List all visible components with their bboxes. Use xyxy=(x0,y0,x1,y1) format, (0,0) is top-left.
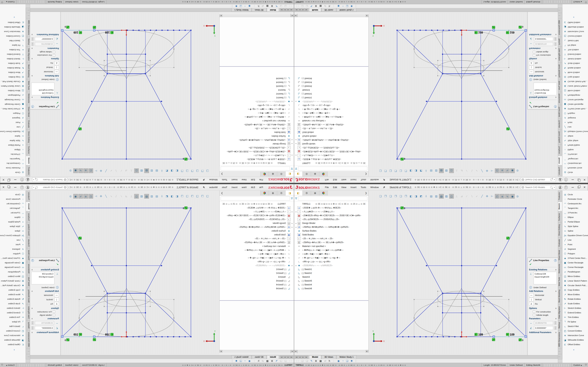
collapse-icon[interactable]: ∧ xyxy=(31,96,33,99)
expand-arrow-icon[interactable]: ▸ xyxy=(291,211,293,213)
tool-button[interactable]: ∿ Style Spline xyxy=(0,138,26,143)
tool-button[interactable]: ⇗ Scale Entities xyxy=(0,301,26,306)
sketch-entities[interactable] xyxy=(62,30,191,159)
tree-item[interactable]: ▦ ○25✤ЗЕ25○ИN◎∘✤⊃CЗЕ⊓ЗЕ25○ ∘○ 25ЗЕ⊓ЗЕ⊃C✤… xyxy=(295,150,368,153)
help-icon[interactable]: ? xyxy=(20,186,24,189)
tool-button[interactable]: ∾ Spline xyxy=(0,229,26,233)
tree-item[interactable]: ◈ Surface Bodies xyxy=(220,134,293,138)
tree-item[interactable]: ◑ ○25⊥◎25ИЗЕ25○ ∘○ 25ЗЕИ25◎⊥25○ xyxy=(295,146,368,150)
toolbar-icon[interactable]: ❏ xyxy=(346,359,348,362)
commandmanager-tab[interactable]: Direct Editing xyxy=(558,223,562,237)
tree-item[interactable]: ▱ ○∙◎✤○ ※◉|○ ∘○ |◉※ ○✤◎∙○ xyxy=(295,252,368,256)
tree-item[interactable]: ▸ ◔ ○ Λ⊥◎✤25∘⌣○ ∘○ ⌣∘25✤◎⊥Λ ○ xyxy=(295,153,368,157)
angle-stepper[interactable]: ▲▼ xyxy=(554,37,557,41)
sketch-points[interactable] xyxy=(397,30,527,160)
prev-tab-icon[interactable]: ◀ xyxy=(298,8,301,11)
document-tab[interactable]: Model xyxy=(267,8,279,12)
scroll-left-icon[interactable]: ◀ xyxy=(294,350,297,352)
menu-item[interactable]: View xyxy=(242,178,247,181)
menu-item[interactable]: View xyxy=(341,186,346,189)
tab-configurations[interactable]: ⊕ xyxy=(311,191,319,196)
document-tab[interactable]: Motion Study 1 xyxy=(337,355,356,359)
toolbar-icon[interactable]: ◉ xyxy=(248,359,251,362)
checkbox-icon[interactable] xyxy=(533,314,535,316)
commandmanager-tab[interactable]: ⋮ xyxy=(26,8,30,13)
tab-propertymanager[interactable]: ⚙ xyxy=(303,171,311,176)
commandmanager-tab[interactable]: ⋮ xyxy=(26,349,30,354)
menu-item[interactable]: View xyxy=(341,178,346,181)
scroll-thumb[interactable] xyxy=(297,350,297,353)
tree-item[interactable]: ◈ Surface Bodies xyxy=(295,134,368,138)
units-selector[interactable]: Custom ▴ xyxy=(4,0,17,4)
tool-button[interactable]: ○ Ellipse xyxy=(562,215,588,219)
document-tab[interactable]: Model xyxy=(309,8,321,12)
tree-item[interactable]: ▱ ○ ✤ИN◎⊥∔○ ※◉|○ ∘○ |◉※ ○∔⊥◎ИN✤ ○ xyxy=(220,248,293,252)
tool-button[interactable]: ⊢ Stretch Entities xyxy=(0,306,26,310)
fm-horizontal-scrollbar[interactable]: ◀ ▶ xyxy=(294,15,368,17)
tree-item[interactable]: ◺ (-) Sketch2 xyxy=(295,92,368,96)
tool-button[interactable]: ⊞ Linear Sketch Pattern xyxy=(0,84,26,88)
tree-item[interactable]: ◺ (-) Sketch5 xyxy=(295,279,368,283)
expand-arrow-icon[interactable]: ▸ xyxy=(295,222,297,224)
tree-item[interactable]: ▸ ◙ ○25ЗЕИNΛ∪∙○ ∘○ ∙∪ΛИNЗЕ25○ xyxy=(220,100,293,103)
last-tab-icon[interactable]: ▶| xyxy=(305,8,308,11)
tree-item[interactable]: ◺ (-) Sketch5 xyxy=(220,84,293,88)
tab-propertymanager[interactable]: ⚙ xyxy=(277,191,285,196)
tool-button[interactable]: ↗ Move Entities xyxy=(0,292,26,297)
restore-button[interactable] xyxy=(9,179,10,181)
tool-button[interactable]: ◎ Circle xyxy=(562,170,588,175)
scroll-right-icon[interactable]: ▶ xyxy=(366,15,368,17)
search-dropdown-icon[interactable]: ▾ xyxy=(553,186,555,188)
tree-item[interactable]: ▸ ◙ ○25ЗЕИNΛ∪∙○ ∘○ ∙∪ΛИNЗЕ25○ xyxy=(295,100,368,103)
menu-item[interactable]: Insert xyxy=(232,178,237,181)
menu-item[interactable]: Window xyxy=(370,178,379,181)
tool-button[interactable]: ∾ Spline xyxy=(0,134,26,138)
ok-button[interactable]: ✔ xyxy=(529,101,557,104)
tree-item[interactable]: ◺ (-) Sketch2 xyxy=(220,92,293,96)
tab-featuremanager-tree[interactable]: ◧ xyxy=(285,171,294,176)
toolbar-icon[interactable]: ◉ xyxy=(337,359,339,362)
length-field[interactable]: 10.88152731 xyxy=(534,321,553,325)
minimize-button[interactable] xyxy=(571,187,574,188)
commandmanager-tab[interactable]: Data Migration xyxy=(558,305,562,320)
tool-button[interactable]: ▣ Center Rectangle xyxy=(0,260,26,265)
toolbar-icon[interactable]: ▦ xyxy=(266,359,268,362)
filter-input[interactable] xyxy=(221,197,290,200)
sketch-entities[interactable] xyxy=(397,208,526,337)
section-additional-parameters[interactable]: Additional Parameters∨ xyxy=(31,331,59,334)
tool-button[interactable]: ≋ Intersection Curve xyxy=(562,29,588,34)
commandmanager-tab[interactable]: ⋮ xyxy=(26,354,30,359)
tool-button[interactable]: ⊏ Offset Entities xyxy=(562,342,588,347)
tool-button[interactable]: ◎ Circle xyxy=(562,192,588,197)
add-relation-horizontal[interactable]: — Horizontal xyxy=(529,70,557,74)
section-parameters[interactable]: Parameters∧ xyxy=(31,317,59,320)
tree-item[interactable]: ≔ Material < not specified > xyxy=(220,119,293,123)
search-input[interactable] xyxy=(525,186,546,189)
commandmanager-tab[interactable]: Data Migration xyxy=(26,305,30,320)
relations-listbox[interactable]: Collinear108Equal length109 xyxy=(534,272,557,284)
tool-button[interactable]: ○ Ellipse xyxy=(0,148,26,152)
tree-item[interactable]: ★ ○25ЗЕ✤∙⊥◎ΛА Ф○ ∘○ ФАΛ◎⊥∙✤ЗЕ25○ xyxy=(220,157,293,161)
section-options[interactable]: Options∧ xyxy=(529,58,557,60)
sketch-entities[interactable] xyxy=(62,208,191,337)
tool-button[interactable]: ∿ Style Spline xyxy=(0,224,26,229)
tree-item[interactable]: TЯPDL2. ⊙ ЗЕ ⊙ Ш ⊙ ⊙ ⊙ ✤ ⊙ ⊃C ⊙ ЗЕ ⊙ ∙ ⊙… xyxy=(220,161,293,165)
tool-button[interactable]: # Segment xyxy=(0,247,26,251)
commandmanager-tab[interactable]: Direct Editing xyxy=(26,130,30,144)
checkbox-icon[interactable] xyxy=(53,310,55,313)
relation-item[interactable]: Collinear108 xyxy=(32,92,53,95)
toolbar-icon[interactable]: h xyxy=(258,5,259,8)
checkbox-infinite-length[interactable]: Infinite length xyxy=(533,314,557,316)
toolbar-icon[interactable]: ❏ xyxy=(240,359,242,362)
toolbar-icon[interactable]: ◉ xyxy=(248,5,251,8)
commandmanager-tab[interactable]: ⋮ xyxy=(558,8,562,13)
tab-configurations[interactable]: ⊕ xyxy=(269,171,277,176)
add-relation-vertical[interactable]: | Vertical xyxy=(31,298,59,301)
tool-button[interactable]: ⊞ Linear Sketch Pattern xyxy=(562,84,588,88)
angle-stepper[interactable]: ▲▼ xyxy=(554,326,557,330)
tree-item[interactable]: ◆ Solid Bodies xyxy=(295,130,368,134)
tool-button[interactable]: ◖ Partial Ellipse xyxy=(0,143,26,148)
tree-item[interactable]: ◺ Sketch3 xyxy=(295,275,368,279)
restore-button[interactable] xyxy=(578,186,579,188)
toolbar-icon[interactable]: ❏ xyxy=(301,359,303,362)
